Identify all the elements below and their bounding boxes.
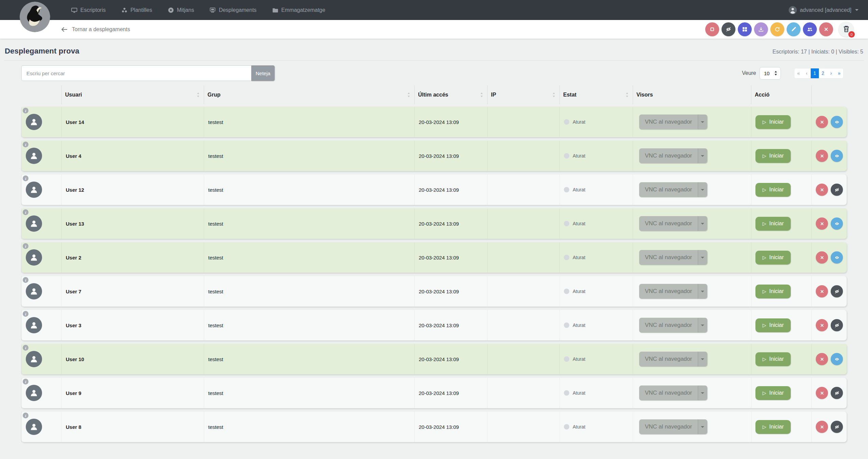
visibility-on-button[interactable] bbox=[831, 353, 843, 365]
remove-user-button[interactable] bbox=[816, 150, 828, 162]
clear-search-button[interactable]: Neteja bbox=[251, 65, 275, 81]
info-icon[interactable]: i bbox=[23, 379, 28, 384]
user-menu[interactable]: advanced [advanced] bbox=[789, 6, 859, 14]
start-desktop-button[interactable]: ▷Iniciar bbox=[755, 318, 791, 332]
main-menu: EscriptorisPlantillesMitjansDesplegament… bbox=[71, 7, 325, 13]
start-button-label: Iniciar bbox=[769, 424, 784, 430]
table-row: iUser 12testest20-03-2024 13:09AturatVNC… bbox=[21, 174, 847, 205]
viewer-select-button[interactable]: VNC al navegador bbox=[639, 385, 707, 400]
user-avatar bbox=[26, 114, 42, 130]
chevron-down-icon bbox=[698, 148, 707, 163]
manage-users-button[interactable] bbox=[803, 22, 817, 36]
page-size-select[interactable]: 10 bbox=[760, 67, 781, 80]
status-label: Aturat bbox=[573, 119, 585, 125]
pagination-first[interactable]: « bbox=[794, 68, 803, 78]
close-icon bbox=[823, 26, 829, 32]
eye-slash-icon bbox=[834, 187, 840, 192]
info-icon[interactable]: i bbox=[23, 413, 28, 418]
remove-user-button[interactable] bbox=[816, 285, 828, 297]
viewer-select-button[interactable]: VNC al navegador bbox=[639, 284, 707, 299]
visibility-off-button[interactable] bbox=[831, 387, 843, 399]
viewer-select-button[interactable]: VNC al navegador bbox=[639, 419, 707, 434]
visibility-off-button[interactable] bbox=[831, 285, 843, 297]
viewer-select-button[interactable]: VNC al navegador bbox=[639, 182, 707, 197]
nav-item-desplegaments[interactable]: Desplegaments bbox=[210, 7, 256, 13]
column-header-visors: Visors bbox=[633, 85, 751, 104]
start-button-label: Iniciar bbox=[769, 390, 784, 396]
pagination-page-2[interactable]: 2 bbox=[819, 68, 827, 78]
viewer-select-button[interactable]: VNC al navegador bbox=[639, 352, 707, 367]
remove-user-button[interactable] bbox=[816, 251, 828, 264]
isard-logo[interactable] bbox=[20, 2, 50, 32]
nav-item-escriptoris[interactable]: Escriptoris bbox=[71, 7, 106, 13]
remove-user-button[interactable] bbox=[816, 353, 828, 365]
start-desktop-button[interactable]: ▷Iniciar bbox=[755, 420, 791, 434]
visibility-on-button[interactable] bbox=[831, 150, 843, 162]
start-desktop-button[interactable]: ▷Iniciar bbox=[755, 183, 791, 197]
start-desktop-button[interactable]: ▷Iniciar bbox=[755, 217, 791, 231]
recreate-button[interactable] bbox=[770, 22, 784, 36]
remove-user-button[interactable] bbox=[816, 387, 828, 399]
recycle-bin-button[interactable]: 0 bbox=[839, 22, 854, 37]
edit-button[interactable] bbox=[787, 22, 801, 36]
column-header-ultim-acces[interactable]: Últim accés bbox=[414, 85, 487, 104]
remove-user-button[interactable] bbox=[816, 421, 828, 433]
viewer-select-button[interactable]: VNC al navegador bbox=[639, 148, 707, 163]
info-icon[interactable]: i bbox=[23, 243, 28, 249]
viewer-label: VNC al navegador bbox=[639, 114, 698, 129]
nav-item-mitjans[interactable]: Mitjans bbox=[168, 7, 194, 13]
viewer-select-button[interactable]: VNC al navegador bbox=[639, 318, 707, 333]
column-header-usuari[interactable]: Usuari bbox=[61, 85, 204, 104]
visibility-off-button[interactable] bbox=[831, 319, 843, 331]
nav-item-plantilles[interactable]: Plantilles bbox=[121, 7, 152, 13]
remove-user-button[interactable] bbox=[816, 116, 828, 128]
visibility-off-button[interactable] bbox=[831, 421, 843, 433]
start-desktop-button[interactable]: ▷Iniciar bbox=[755, 115, 791, 129]
info-icon[interactable]: i bbox=[23, 277, 28, 283]
visibility-on-button[interactable] bbox=[831, 217, 843, 230]
column-header-empty bbox=[21, 85, 61, 104]
start-desktop-button[interactable]: ▷Iniciar bbox=[755, 149, 791, 163]
start-desktop-button[interactable]: ▷Iniciar bbox=[755, 352, 791, 366]
stop-icon bbox=[709, 26, 715, 32]
delete-deployment-button[interactable] bbox=[819, 22, 833, 36]
pagination-page-1[interactable]: 1 bbox=[811, 68, 819, 78]
grid-view-button[interactable] bbox=[738, 22, 752, 36]
info-icon[interactable]: i bbox=[23, 108, 28, 113]
download-button[interactable] bbox=[754, 22, 768, 36]
toggle-visibility-button[interactable] bbox=[722, 22, 735, 36]
viewer-select-button[interactable]: VNC al navegador bbox=[639, 250, 707, 265]
recycle-bin-count-badge: 0 bbox=[848, 31, 855, 38]
viewer-label: VNC al navegador bbox=[639, 216, 698, 231]
visibility-on-button[interactable] bbox=[831, 116, 843, 128]
pagination-last[interactable]: » bbox=[835, 68, 843, 78]
info-icon[interactable]: i bbox=[23, 175, 28, 181]
info-icon[interactable]: i bbox=[23, 209, 28, 215]
viewer-label: VNC al navegador bbox=[639, 385, 698, 400]
column-header-estat[interactable]: Estat bbox=[559, 85, 633, 104]
stop-all-button[interactable] bbox=[705, 22, 719, 36]
back-to-deployments-link[interactable]: Tornar a desplegaments bbox=[61, 26, 130, 33]
start-desktop-button[interactable]: ▷Iniciar bbox=[755, 285, 791, 298]
start-desktop-button[interactable]: ▷Iniciar bbox=[755, 386, 791, 400]
viewer-select-button[interactable]: VNC al navegador bbox=[639, 216, 707, 231]
pagination-next[interactable]: › bbox=[827, 68, 835, 78]
user-avatar bbox=[26, 419, 42, 435]
column-header-grup[interactable]: Grup bbox=[204, 85, 414, 104]
start-desktop-button[interactable]: ▷Iniciar bbox=[755, 251, 791, 265]
visibility-off-button[interactable] bbox=[831, 184, 843, 196]
info-icon[interactable]: i bbox=[23, 311, 28, 317]
column-header-ip[interactable]: IP bbox=[487, 85, 559, 104]
remove-user-button[interactable] bbox=[816, 319, 828, 331]
viewer-select-button[interactable]: VNC al navegador bbox=[639, 114, 707, 129]
info-icon[interactable]: i bbox=[23, 142, 28, 147]
info-icon[interactable]: i bbox=[23, 345, 28, 351]
pagination-prev[interactable]: ‹ bbox=[803, 68, 811, 78]
nav-item-emmagatzematge[interactable]: Emmagatzematge bbox=[272, 7, 326, 13]
viewer-label: VNC al navegador bbox=[639, 182, 698, 197]
remove-user-button[interactable] bbox=[816, 217, 828, 230]
nav-item-label: Escriptoris bbox=[80, 7, 106, 13]
search-input[interactable] bbox=[21, 65, 251, 81]
visibility-on-button[interactable] bbox=[831, 251, 843, 264]
remove-user-button[interactable] bbox=[816, 184, 828, 196]
